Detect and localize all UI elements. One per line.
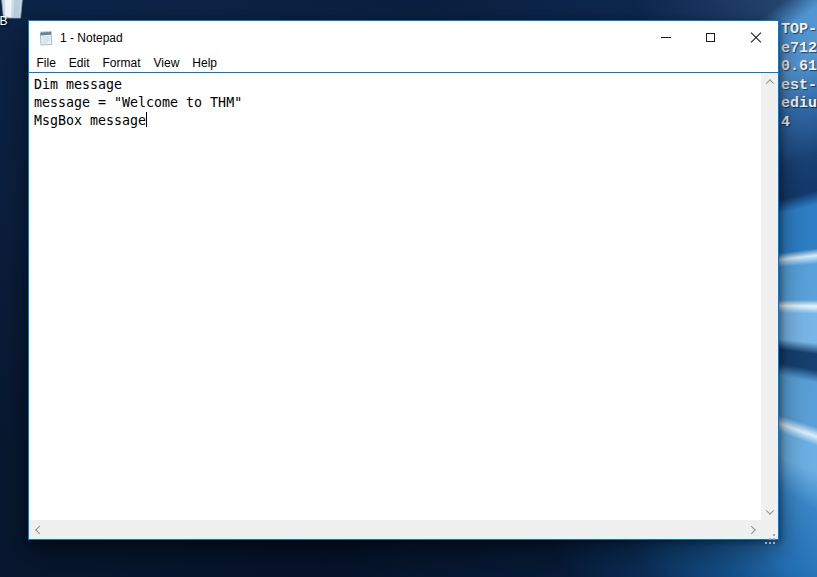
overlay-line: 4 <box>781 114 817 133</box>
minimize-icon <box>661 37 671 38</box>
overlay-line: 0.61 <box>781 58 817 77</box>
minimize-button[interactable] <box>643 21 688 54</box>
overlay-line: TOP- <box>781 21 817 40</box>
resize-corner[interactable] <box>761 520 778 539</box>
menu-edit[interactable]: Edit <box>62 54 96 72</box>
close-button[interactable] <box>733 21 778 54</box>
scroll-right-button[interactable] <box>744 520 761 539</box>
notepad-icon[interactable] <box>38 30 54 46</box>
title-bar[interactable]: 1 - Notepad <box>29 21 778 54</box>
menu-format[interactable]: Format <box>96 54 147 72</box>
code-line: message = "Welcome to THM" <box>34 94 761 112</box>
menu-help[interactable]: Help <box>186 54 224 72</box>
window-controls <box>643 21 778 54</box>
scroll-up-button[interactable] <box>761 73 778 90</box>
notepad-window: 1 - Notepad File Edit Format View Help D… <box>28 20 779 540</box>
horizontal-scrollbar[interactable] <box>29 520 761 539</box>
maximize-icon <box>706 33 715 42</box>
code-line: MsgBox message <box>34 112 761 130</box>
overlay-line: e712 <box>781 40 817 59</box>
scroll-left-button[interactable] <box>29 520 46 539</box>
chevron-left-icon <box>35 525 43 533</box>
text-editor[interactable]: Dim message message = "Welcome to THM" M… <box>29 73 761 520</box>
code-line-text: MsgBox message <box>34 113 146 128</box>
scroll-down-button[interactable] <box>761 503 778 520</box>
chevron-right-icon <box>747 525 755 533</box>
text-caret <box>146 112 147 127</box>
recycle-bin-label: cle B <box>0 14 24 28</box>
overlay-line: ediu <box>781 95 817 114</box>
resize-grip-icon <box>773 534 775 536</box>
code-line: Dim message <box>34 76 761 94</box>
menu-view[interactable]: View <box>147 54 186 72</box>
vertical-scrollbar[interactable] <box>761 73 778 520</box>
chevron-up-icon <box>765 79 773 87</box>
overlay-line: est- <box>781 77 817 96</box>
window-title: 1 - Notepad <box>60 31 123 45</box>
menu-file[interactable]: File <box>30 54 62 72</box>
desktop: cle B TOP- e712 0.61 est- ediu 4 1 - Not… <box>0 0 817 577</box>
menu-bar: File Edit Format View Help <box>29 54 778 73</box>
close-icon <box>750 32 762 44</box>
bottom-scroll-row <box>29 520 778 539</box>
chevron-down-icon <box>765 506 773 514</box>
maximize-button[interactable] <box>688 21 733 54</box>
system-info-overlay: TOP- e712 0.61 est- ediu 4 <box>781 21 817 133</box>
